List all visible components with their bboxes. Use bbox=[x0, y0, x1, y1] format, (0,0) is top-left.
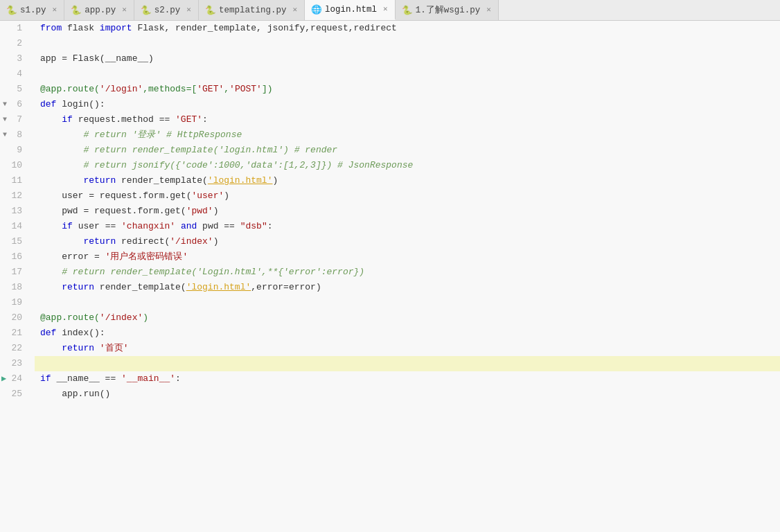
tab-label: s2.py bbox=[154, 6, 181, 15]
python-icon: 🐍 bbox=[206, 6, 215, 15]
tab-wsgi[interactable]: 🐍 1.了解wsgi.py ✕ bbox=[396, 0, 499, 20]
python-icon: 🐍 bbox=[402, 6, 412, 15]
line-num-16: 16 bbox=[0, 249, 28, 265]
line-num-3: 3 bbox=[0, 51, 28, 66]
code-line-16: error = '用户名或密码错误' bbox=[35, 249, 780, 265]
code-line-3: app = Flask(__name__) bbox=[35, 51, 780, 66]
code-line-6: def login(): bbox=[35, 97, 780, 112]
line-num-7: ▼7 bbox=[0, 112, 28, 127]
line-num-10: 10 bbox=[0, 158, 28, 173]
code-line-9: # return render_template('login.html') #… bbox=[35, 143, 780, 158]
tab-label: 1.了解wsgi.py bbox=[416, 4, 481, 16]
python-icon: 🐍 bbox=[71, 6, 81, 15]
line-num-14: 14 bbox=[0, 219, 28, 234]
code-line-19 bbox=[35, 295, 780, 310]
line-num-19: 19 bbox=[0, 295, 28, 310]
line-num-20: 20 bbox=[0, 310, 28, 326]
tab-close[interactable]: ✕ bbox=[383, 6, 388, 13]
code-line-8: # return '登录' # HttpResponse bbox=[35, 127, 780, 143]
code-line-23 bbox=[35, 356, 780, 371]
python-icon: 🐍 bbox=[141, 6, 151, 15]
code-line-11: return render_template('login.html') bbox=[35, 173, 780, 188]
line-num-25: 25 bbox=[0, 387, 28, 402]
code-line-12: user = request.form.get('user') bbox=[35, 188, 780, 204]
code-line-10: # return jsonify({'code':1000,'data':[1,… bbox=[35, 158, 780, 173]
line-num-1: 1 bbox=[0, 21, 28, 36]
tab-label: s1.py bbox=[20, 6, 46, 15]
line-num-8: ▼8 bbox=[0, 127, 28, 143]
python-icon: 🐍 bbox=[7, 6, 17, 15]
code-line-20: @app.route('/index') bbox=[35, 310, 780, 326]
line-num-22: 22 bbox=[0, 341, 28, 356]
code-line-18: return render_template('login.html',erro… bbox=[35, 280, 780, 295]
line-numbers: 1 2 3 4 5 ▼6 ▼7 ▼8 9 10 11 12 13 14 15 1… bbox=[0, 21, 35, 532]
tab-label: login.html bbox=[325, 5, 377, 15]
line-num-9: 9 bbox=[0, 143, 28, 158]
line-num-4: 4 bbox=[0, 66, 28, 82]
line-num-23: 23 bbox=[0, 356, 28, 371]
line-num-13: 13 bbox=[0, 204, 28, 219]
code-line-15: return redirect('/index') bbox=[35, 234, 780, 249]
tab-apppy[interactable]: 🐍 app.py ✕ bbox=[64, 0, 134, 20]
line-num-11: 11 bbox=[0, 173, 28, 188]
line-num-17: 17 bbox=[0, 265, 28, 280]
line-num-6: ▼6 bbox=[0, 97, 28, 112]
tab-close[interactable]: ✕ bbox=[292, 6, 297, 14]
line-num-2: 2 bbox=[0, 36, 28, 51]
line-num-15: 15 bbox=[0, 234, 28, 249]
line-num-18: 18 bbox=[0, 280, 28, 295]
code-line-24: if __name__ == '__main__': bbox=[35, 371, 780, 387]
tab-label: templating.py bbox=[219, 6, 287, 15]
tab-templatingpy[interactable]: 🐍 templating.py ✕ bbox=[199, 0, 305, 20]
line-num-5: 5 bbox=[0, 82, 28, 97]
editor: 1 2 3 4 5 ▼6 ▼7 ▼8 9 10 11 12 13 14 15 1… bbox=[0, 21, 780, 532]
code-line-7: if request.method == 'GET': bbox=[35, 112, 780, 127]
line-num-12: 12 bbox=[0, 188, 28, 204]
tab-close[interactable]: ✕ bbox=[486, 6, 491, 14]
tab-bar: 🐍 s1.py ✕ 🐍 app.py ✕ 🐍 s2.py ✕ 🐍 templat… bbox=[0, 0, 780, 21]
tab-loginhtml[interactable]: 🌐 login.html ✕ bbox=[305, 0, 396, 20]
tab-close[interactable]: ✕ bbox=[53, 6, 57, 14]
code-line-1: from flask import Flask, render_template… bbox=[35, 21, 780, 36]
tab-s1py[interactable]: 🐍 s1.py ✕ bbox=[0, 0, 64, 20]
code-line-14: if user == 'changxin' and pwd == "dsb": bbox=[35, 219, 780, 234]
code-line-25: app.run() bbox=[35, 387, 780, 402]
code-line-22: return '首页' bbox=[35, 341, 780, 356]
tab-s2py[interactable]: 🐍 s2.py ✕ bbox=[134, 0, 199, 20]
code-line-2 bbox=[35, 36, 780, 51]
html-icon: 🌐 bbox=[312, 5, 321, 15]
tab-label: app.py bbox=[85, 6, 116, 15]
code-line-5: @app.route('/login',methods=['GET','POST… bbox=[35, 82, 780, 97]
code-line-13: pwd = request.form.get('pwd') bbox=[35, 204, 780, 219]
code-area[interactable]: from flask import Flask, render_template… bbox=[35, 21, 780, 532]
line-num-21: 21 bbox=[0, 326, 28, 341]
line-num-24: ▶24 bbox=[0, 371, 28, 387]
tab-close[interactable]: ✕ bbox=[186, 6, 191, 14]
code-line-21: def index(): bbox=[35, 326, 780, 341]
code-line-17: # return render_template('Login.html',**… bbox=[35, 265, 780, 280]
code-line-4 bbox=[35, 66, 780, 82]
tab-close[interactable]: ✕ bbox=[122, 6, 127, 14]
